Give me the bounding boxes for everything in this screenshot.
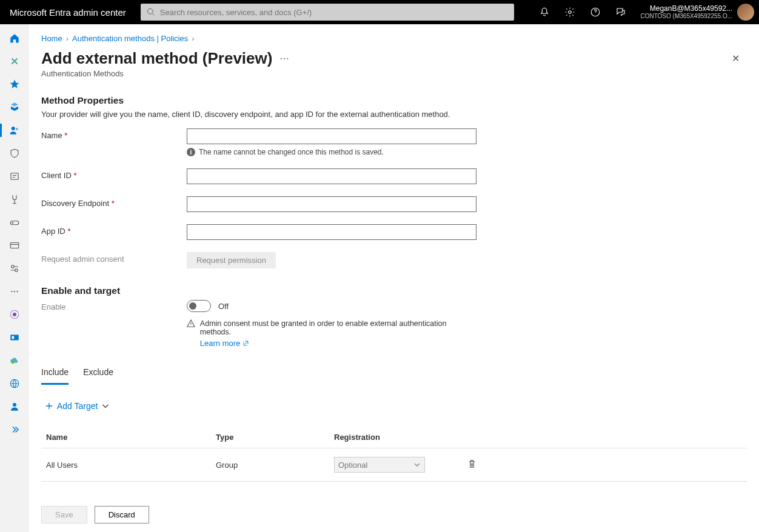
section-enable-target: Enable and target [41,285,747,296]
learn-more-link[interactable]: Learn more [200,339,249,348]
svg-rect-9 [10,243,19,248]
left-sidebar [0,24,29,532]
external-link-icon [242,340,249,347]
svg-point-13 [14,291,15,292]
sidebar-identity[interactable] [0,96,29,119]
sidebar-billing[interactable] [0,234,29,257]
more-actions-icon[interactable]: ⋯ [279,53,289,64]
col-name: Name [41,427,211,448]
sidebar-cloud[interactable] [0,349,29,372]
svg-point-11 [15,269,18,272]
tab-include[interactable]: Include [41,367,69,385]
close-icon[interactable]: ✕ [732,53,740,64]
sidebar-verified-id[interactable] [0,188,29,211]
breadcrumb: Home › Authentication methods | Policies… [41,34,747,43]
svg-point-14 [16,291,18,292]
search-box[interactable] [141,4,514,21]
save-button[interactable]: Save [41,506,87,524]
chevron-right-icon: › [192,34,194,43]
col-registration: Registration [329,427,463,448]
breadcrumb-page[interactable]: Authentication methods | Policies [72,34,188,43]
method-properties-desc: Your provider will give you the name, cl… [41,110,747,119]
sidebar-favorites[interactable] [0,73,29,96]
targets-table: Name Type Registration All Users Group O… [41,427,747,482]
help-icon[interactable] [583,0,607,24]
warn-text: Admin consent must be granted in order t… [200,319,447,336]
sidebar-diagnose[interactable] [0,50,29,73]
footer-actions: Save Discard [29,500,759,532]
delete-icon[interactable] [467,459,476,468]
main-content: Home › Authentication methods | Policies… [29,24,759,532]
svg-rect-6 [11,173,18,180]
breadcrumb-home[interactable]: Home [41,34,62,43]
svg-point-16 [13,313,16,316]
svg-point-21 [13,403,16,407]
feedback-icon[interactable] [609,0,633,24]
page-subtitle: Authentication Methods [41,69,747,78]
tab-exclude[interactable]: Exclude [83,367,113,385]
svg-rect-17 [10,335,19,341]
section-method-properties: Method Properties [41,95,747,106]
info-icon: i [187,148,195,156]
top-header: Microsoft Entra admin center MeganB@M365… [0,0,759,24]
col-type: Type [211,427,329,448]
app-title[interactable]: Microsoft Entra admin center [0,7,136,18]
discovery-label: Discovery Endpoint [41,199,109,208]
chevron-right-icon: › [66,34,69,43]
plus-icon [45,402,53,410]
sidebar-protection[interactable] [0,142,29,165]
target-name: All Users [41,448,211,482]
svg-line-1 [152,13,154,15]
sidebar-person[interactable] [0,395,29,418]
svg-rect-7 [10,221,19,225]
app-id-input[interactable] [187,224,476,240]
user-org: CONTOSO (M365X49592255.O... [640,13,732,20]
svg-rect-18 [12,336,15,339]
sidebar-permissions[interactable] [0,211,29,234]
user-account[interactable]: MeganB@M365x49592... CONTOSO (M365X49592… [635,4,759,21]
search-input[interactable] [155,8,508,17]
client-id-input[interactable] [187,168,476,184]
discovery-input[interactable] [187,196,476,212]
request-permission-button[interactable]: Request permission [187,252,276,268]
sidebar-learn[interactable] [0,303,29,326]
target-type: Group [211,448,329,482]
svg-point-8 [12,222,13,224]
svg-point-19 [12,361,15,364]
svg-point-5 [16,128,18,130]
sidebar-governance[interactable] [0,165,29,188]
registration-select[interactable]: Optional [334,457,425,473]
svg-point-2 [569,11,572,14]
client-id-label: Client ID [41,171,72,180]
name-input[interactable] [187,128,476,144]
table-row: All Users Group Optional [41,448,747,482]
sidebar-more[interactable] [0,280,29,303]
sidebar-expand[interactable] [0,418,29,441]
sidebar-users[interactable] [0,119,29,142]
name-label: Name [41,131,62,140]
name-help-text: The name cannot be changed once this met… [199,148,384,156]
consent-label: Request admin consent [41,252,187,264]
toggle-state: Off [218,302,229,311]
svg-point-12 [11,291,12,292]
sidebar-global[interactable] [0,372,29,395]
svg-point-0 [147,8,153,14]
page-title: Add external method (Preview) [41,49,272,68]
svg-point-10 [12,265,15,268]
sidebar-home[interactable] [0,27,29,50]
discard-button[interactable]: Discard [95,506,149,524]
add-target-button[interactable]: Add Target [41,399,113,413]
settings-icon[interactable] [558,0,582,24]
chevron-down-icon [101,402,110,410]
enable-label: Enable [41,300,187,311]
sidebar-support[interactable] [0,326,29,349]
svg-point-4 [12,127,15,130]
avatar[interactable] [737,4,754,21]
sidebar-settings[interactable] [0,257,29,280]
search-icon [147,8,155,16]
notifications-icon[interactable] [532,0,557,24]
app-id-label: App ID [41,227,65,236]
warning-icon [187,319,195,328]
user-name: MeganB@M365x49592... [640,4,732,13]
enable-toggle[interactable] [187,300,211,312]
